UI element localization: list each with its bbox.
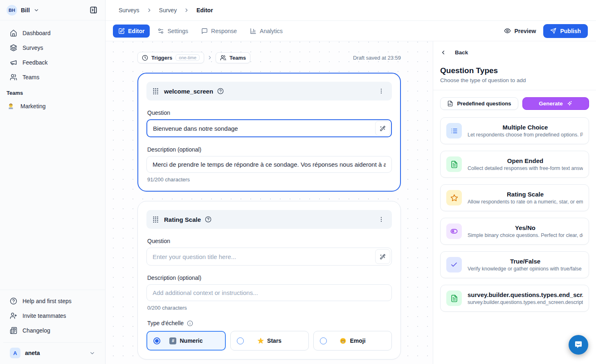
scale-option-stars[interactable]: ★ Stars (230, 331, 309, 351)
question-type-yes-no[interactable]: Yes/No Simple binary choice questions. P… (440, 218, 589, 245)
info-icon[interactable] (187, 320, 193, 326)
drag-handle-icon[interactable] (153, 216, 159, 223)
publish-label: Publish (560, 28, 581, 34)
question-type-true-false[interactable]: True/False Verify knowledge or gather op… (440, 251, 589, 278)
eye-icon (504, 27, 511, 34)
tab-editor[interactable]: Editor (113, 25, 150, 38)
kebab-menu-icon (378, 216, 385, 223)
question-card-header: welcome_screen (146, 82, 392, 100)
chevron-down-icon (89, 350, 95, 356)
card-menu-button[interactable] (376, 86, 386, 96)
sidebar-collapse-button[interactable] (87, 4, 99, 16)
home-icon (10, 29, 17, 37)
breadcrumb-surveys[interactable]: Surveys (119, 7, 139, 13)
type-title: Open Ended (468, 157, 583, 164)
help-circle-icon[interactable] (205, 216, 211, 223)
tab-settings[interactable]: Settings (152, 25, 193, 38)
ai-rewrite-button[interactable] (375, 249, 390, 264)
scale-type-options: # Numeric ★ Stars (146, 331, 392, 351)
question-card-welcome-screen[interactable]: welcome_screen (137, 73, 401, 192)
question-field-label: Question (147, 238, 391, 244)
one-time-badge: one-time (175, 54, 200, 61)
radio-unchecked (320, 337, 327, 344)
sidebar-item-label: Dashboard (22, 30, 51, 36)
tab-label: Analytics (260, 28, 283, 34)
radio-checked (153, 337, 160, 344)
preview-label: Preview (515, 28, 536, 34)
tab-analytics[interactable]: Analytics (245, 25, 288, 38)
type-title: Multiple Choice (468, 124, 583, 131)
question-type-rating-scale[interactable]: Rating Scale Allow respondents to rate o… (440, 184, 589, 211)
breadcrumb-editor[interactable]: Editor (196, 7, 213, 13)
question-description-input[interactable] (146, 156, 392, 173)
type-description: Allow respondents to rate on a numeric, … (468, 199, 583, 205)
sidebar-item-label: Surveys (22, 45, 43, 51)
card-menu-button[interactable] (376, 214, 386, 224)
sidebar-item-teams[interactable]: Teams (3, 70, 102, 84)
type-title: Yes/No (468, 224, 583, 231)
question-title-input[interactable] (146, 119, 392, 137)
scale-option-label: Stars (267, 337, 281, 344)
workspace-switcher[interactable]: BH Bill (0, 0, 105, 20)
help-circle-icon (10, 297, 17, 305)
help-circle-icon[interactable] (217, 88, 224, 94)
bar-chart-icon (250, 28, 256, 34)
tab-label: Editor (128, 28, 144, 34)
question-card-rating-scale[interactable]: Rating Scale (137, 201, 401, 360)
predefined-questions-button[interactable]: Predefined questions (440, 97, 518, 110)
survey-editor-app: BH Bill Dashboard (0, 0, 596, 364)
char-count: 91/200 characters (147, 176, 391, 183)
back-button[interactable]: Back (440, 49, 468, 56)
draft-status: Draft saved at 23:59 (353, 55, 401, 61)
sidebar-item-help[interactable]: Help and first steps (3, 294, 102, 308)
breadcrumb-survey[interactable]: Survey (159, 7, 177, 13)
publish-button[interactable]: Publish (543, 24, 588, 38)
predefined-questions-label: Predefined questions (457, 100, 511, 107)
question-types-panel: Back Question Types Choose the type of q… (433, 41, 596, 364)
scale-option-emoji[interactable]: Emoji (313, 331, 392, 351)
question-type-end-screen[interactable]: survey.builder.questions.types.end_scr..… (440, 285, 589, 312)
account-menu[interactable]: A aneta (3, 342, 102, 364)
chevron-left-icon (440, 49, 446, 56)
scale-option-label: Numeric (180, 337, 202, 344)
sidebar-item-changelog[interactable]: Changelog (3, 324, 102, 337)
check-icon (446, 257, 462, 272)
send-icon (550, 28, 556, 34)
sidebar-item-label: Invite teammates (22, 313, 66, 319)
tab-response[interactable]: Response (196, 25, 242, 38)
sidebar-item-surveys[interactable]: Surveys (3, 41, 102, 55)
ai-rewrite-button[interactable] (375, 121, 390, 136)
question-card-title: welcome_screen (164, 88, 213, 95)
sparkles-icon (567, 100, 573, 107)
question-type-multiple-choice[interactable]: Multiple Choice Let respondents choose f… (440, 117, 589, 144)
chat-launcher-button[interactable] (569, 335, 588, 355)
question-type-open-ended[interactable]: Open Ended Collect detailed responses wi… (440, 151, 589, 178)
sidebar-item-feedback[interactable]: Feedback (3, 56, 102, 69)
scale-option-numeric[interactable]: # Numeric (146, 331, 226, 351)
account-name: aneta (25, 350, 85, 356)
magic-wand-icon (380, 125, 386, 132)
message-icon (201, 28, 208, 34)
teams-chip[interactable]: Teams (216, 52, 250, 63)
tab-label: Response (211, 28, 237, 34)
sidebar-team-marketing[interactable]: Marketing (0, 99, 105, 113)
star-emoji: ★ (258, 337, 264, 344)
drag-handle-icon[interactable] (153, 87, 159, 95)
sidebar-item-dashboard[interactable]: Dashboard (3, 26, 102, 40)
sidebar-item-label: Teams (22, 74, 39, 80)
preview-button[interactable]: Preview (499, 24, 541, 38)
triggers-chip[interactable]: Triggers one-time (137, 52, 204, 63)
type-title: True/False (468, 258, 583, 265)
sidebar-item-label: Help and first steps (22, 298, 72, 304)
users-icon (10, 74, 17, 81)
panel-actions: Predefined questions Generate (433, 90, 596, 114)
question-title-input[interactable] (146, 248, 392, 266)
star-icon (446, 190, 462, 205)
question-description-input[interactable] (146, 284, 392, 301)
question-card-header: Rating Scale (146, 210, 392, 229)
canvas-header-row: Triggers one-time Teams (137, 52, 401, 63)
generate-button[interactable]: Generate (522, 97, 589, 110)
newspaper-icon (10, 327, 17, 334)
workspace-avatar: BH (7, 5, 17, 16)
sidebar-item-invite[interactable]: Invite teammates (3, 309, 102, 323)
